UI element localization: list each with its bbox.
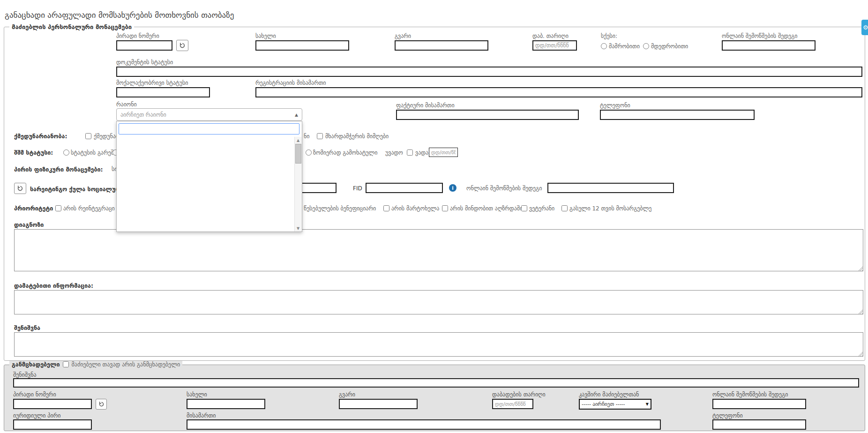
phone-input[interactable]	[600, 110, 755, 120]
applicant-refresh-button[interactable]	[96, 399, 107, 410]
chevron-down-icon: ▼	[646, 402, 649, 406]
document-status-input[interactable]	[116, 67, 862, 77]
application-form-page: განაცხადი არაფულადი მომსახურების მოთხოვნ…	[0, 0, 868, 433]
disability-status-label: შშმ სტატუსი:	[14, 149, 53, 156]
applicant-phone-input[interactable]	[712, 419, 806, 430]
info-icon[interactable]: i	[449, 184, 456, 192]
applicant-first-name-input[interactable]	[187, 399, 265, 409]
online-result-input[interactable]	[722, 40, 816, 51]
scroll-down-icon[interactable]: ▼	[294, 225, 302, 231]
birth-date-input[interactable]	[532, 40, 577, 51]
actual-address-input[interactable]	[396, 110, 579, 120]
legal-person-label: იურიდიული პირი	[13, 412, 60, 419]
priority-reintegration-checkbox[interactable]	[55, 205, 61, 211]
applicant-fieldset-legend: განმცხადებელი მაძიებელი თავად არის განმც…	[9, 361, 182, 368]
note-label: შენიშვნა	[14, 324, 40, 331]
resize-grip[interactable]	[858, 351, 863, 356]
last-name-input[interactable]	[395, 40, 488, 51]
personal-number-label: პირადი ნომერი	[116, 33, 159, 39]
capacity-partial-label-fragment: ნი	[304, 133, 309, 140]
gear-icon: ⚙	[863, 24, 868, 31]
resize-grip[interactable]	[858, 266, 863, 271]
note-textarea[interactable]	[14, 332, 863, 357]
birth-date-label: დაბ. თარიღი	[532, 33, 569, 39]
scroll-up-icon[interactable]: ▲	[294, 137, 302, 143]
quick-panel-tab[interactable]: ⚙	[861, 20, 868, 35]
applicant-address-label: მისამართი	[187, 412, 216, 419]
relation-select-value: ----- აირჩიეთ -----	[582, 401, 625, 407]
applicant-first-name-label: სახელი	[187, 391, 207, 398]
applicant-online-result-label: ონლაინ შემოწმების შედეგი	[712, 391, 788, 398]
fid-label: FID	[353, 185, 362, 192]
disability-term-checkbox[interactable]	[407, 149, 413, 156]
priority-last12-label: გასული 12 თვის მოსარგებლე	[569, 205, 651, 212]
applicant-personal-number-input[interactable]	[13, 399, 92, 409]
priority-foster-care-label: არის მინდობით აღზრდაში	[450, 205, 523, 212]
disability-term-label: ვადა:	[415, 149, 430, 156]
rating-score-label: სარეიტინგო ქულა სოციალურად	[30, 186, 128, 193]
priority-last12-checkbox[interactable]	[561, 205, 568, 211]
legal-person-input[interactable]	[13, 419, 92, 430]
resize-grip[interactable]	[858, 309, 863, 314]
online-result-label: ონლაინ შემოწმების შედეგი	[722, 33, 797, 39]
rating-online-result-label: ონლაინ შემოწმების შედეგი	[466, 185, 542, 192]
applicant-personal-number-label: პირადი ნომერი	[13, 391, 56, 398]
diagnosis-label: დიაგნოზი	[14, 221, 44, 228]
chevron-up-icon: ▲	[295, 112, 298, 117]
applicant-last-name-label: გვარი	[339, 391, 355, 398]
disability-moderate-radio[interactable]	[306, 149, 312, 156]
applicant-last-name-input[interactable]	[339, 399, 418, 409]
disability-no-term-label: უვადო	[385, 149, 403, 156]
priority-single-label: არის მარტოხელა	[391, 205, 439, 212]
refresh-icon	[17, 185, 23, 192]
physical-data-label: პირის ფიზიკური მონაცემები:	[14, 166, 103, 173]
fid-input[interactable]	[366, 183, 443, 193]
priority-single-checkbox[interactable]	[383, 205, 389, 211]
applicant-note-label: შენიშვნა	[13, 372, 37, 378]
sex-male-radio[interactable]	[601, 43, 607, 49]
district-search-input[interactable]	[119, 123, 299, 134]
citizenship-status-label: მოქალაქეობრივი სტატუსი	[116, 80, 188, 86]
applicant-birth-date-input[interactable]	[492, 399, 533, 409]
last-name-label: გვარი	[395, 33, 411, 39]
applicant-address-input[interactable]	[187, 419, 661, 430]
additional-info-textarea[interactable]	[14, 290, 863, 314]
applicant-online-result-input[interactable]	[712, 399, 806, 409]
applicant-note-input[interactable]	[13, 378, 859, 388]
district-label: რაიონი	[116, 101, 137, 108]
first-name-input[interactable]	[255, 40, 349, 51]
self-applicant-checkbox[interactable]	[63, 361, 69, 367]
district-dropdown-panel	[116, 121, 302, 232]
applicant-legend-title: განმცხადებელი	[12, 361, 60, 368]
personal-number-refresh-button[interactable]	[176, 40, 188, 51]
rating-online-result-input[interactable]	[547, 183, 674, 193]
phone-label: ტელეფონი	[600, 102, 630, 109]
priority-institution-label-fragment: წესებულების ბენეფიციარი	[304, 205, 376, 212]
registration-address-input[interactable]	[255, 87, 862, 97]
scrollbar-thumb[interactable]	[295, 144, 301, 164]
personal-number-input[interactable]	[116, 40, 172, 51]
disability-term-date-input[interactable]	[429, 148, 458, 157]
page-title: განაცხადი არაფულადი მომსახურების მოთხოვნ…	[5, 10, 234, 20]
disability-no-status-radio[interactable]	[63, 149, 69, 156]
self-applicant-label: მაძიებელი თავად არის განმცხადებელი	[72, 361, 180, 368]
district-select[interactable]: აირჩიეთ რაიონი ▲	[116, 108, 302, 121]
seeker-fieldset-legend: მაძიებლის პერსონალური მონაცემები	[9, 23, 134, 30]
priority-reintegration-label: არის რეინტეგრაცი	[63, 205, 115, 212]
refresh-icon	[179, 42, 186, 49]
relation-select[interactable]: ----- აირჩიეთ ----- ▼	[579, 399, 651, 410]
applicant-birth-date-label: დაბადების თარიღი	[492, 391, 546, 398]
capacity-capable-checkbox[interactable]	[85, 133, 91, 139]
priority-foster-care-checkbox[interactable]	[442, 205, 448, 211]
sex-female-radio[interactable]	[643, 43, 649, 49]
applicant-phone-label: ტელეფონი	[712, 412, 743, 419]
registration-address-label: რეგისტრაციის მისამართი	[255, 80, 326, 86]
disability-moderate-label: ზომიერად გამოხატული	[313, 149, 378, 156]
actual-address-label: ფაქტიური მისამართი	[396, 102, 455, 109]
citizenship-status-input[interactable]	[116, 87, 210, 97]
district-select-placeholder: აირჩიეთ რაიონი	[120, 112, 166, 118]
rating-refresh-button[interactable]	[14, 183, 26, 194]
support-recipient-checkbox[interactable]	[317, 133, 323, 139]
support-recipient-label: მხარდამჭერის მიმღები	[325, 133, 389, 140]
priority-veteran-checkbox[interactable]	[521, 205, 527, 211]
